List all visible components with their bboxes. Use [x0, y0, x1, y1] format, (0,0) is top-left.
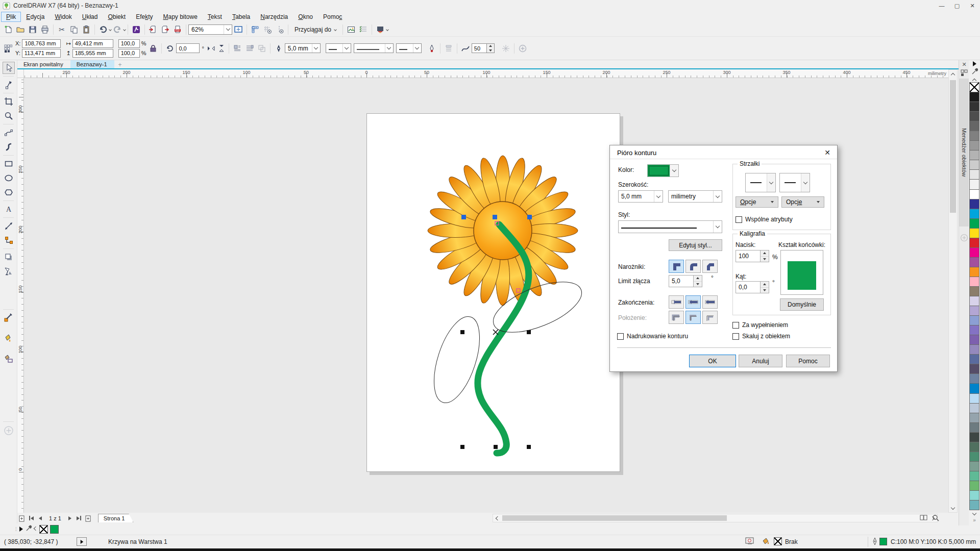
scale-y-field[interactable]: 100,0 [118, 49, 140, 58]
corner-bevel-button[interactable] [702, 260, 718, 273]
show-guidelines-icon[interactable] [274, 24, 286, 35]
outline-color-picker[interactable] [647, 164, 679, 177]
edit-style-button[interactable]: Edytuj styl... [669, 239, 722, 251]
palette-swatch[interactable] [969, 296, 979, 306]
text-position-icon[interactable] [243, 43, 256, 54]
palette-scroll-down-icon[interactable] [973, 510, 976, 517]
menu-item-układ[interactable]: Układ [77, 12, 103, 22]
wrap-text-icon[interactable] [231, 43, 243, 54]
palette-swatch[interactable] [969, 150, 979, 160]
menu-item-pomoc[interactable]: Pomoc [318, 12, 347, 22]
object-height-field[interactable]: 185,955 mm [72, 49, 113, 58]
vertical-scroll-thumb[interactable] [950, 80, 956, 213]
palette-expand-icon[interactable]: » [973, 517, 976, 525]
cap-butt-button[interactable] [669, 295, 684, 309]
zoom-tool[interactable] [3, 110, 15, 122]
share-attributes-checkbox[interactable]: Wspólne atrybuty [736, 216, 793, 223]
palette-swatch[interactable] [969, 238, 979, 248]
first-page-icon[interactable] [27, 514, 36, 522]
redo-icon[interactable] [111, 24, 124, 35]
corner-round-button[interactable] [685, 260, 701, 273]
start-arrow-combo[interactable] [326, 43, 351, 53]
menu-item-okno[interactable]: Okno [293, 12, 318, 22]
palette-swatch[interactable] [969, 413, 979, 423]
coords-flyout-button[interactable] [77, 537, 87, 546]
outline-width-combo[interactable]: 5,0 mm [285, 43, 321, 53]
connector-tool[interactable] [3, 234, 15, 246]
rectangle-tool[interactable] [3, 158, 15, 170]
palette-swatch[interactable] [969, 267, 979, 277]
interactive-fill-tool[interactable] [3, 353, 15, 365]
open-icon[interactable] [14, 24, 27, 35]
nib-preview-box[interactable] [780, 250, 823, 295]
page-sorter-icon[interactable] [920, 514, 928, 523]
fill-status-icon[interactable] [762, 537, 771, 547]
show-grid-icon[interactable] [261, 24, 274, 35]
fill-tool[interactable] [3, 332, 15, 344]
add-tool-button[interactable] [3, 424, 15, 437]
horizontal-ruler[interactable]: milimetry 250200150100500501001502002503… [24, 69, 948, 78]
cap-square-button[interactable] [702, 295, 718, 309]
copy-icon[interactable] [68, 24, 80, 35]
palette-swatch[interactable] [969, 354, 979, 364]
palette-swatch[interactable] [969, 228, 979, 238]
snap-to-dropdown[interactable]: Przyciągaj do [290, 26, 340, 33]
palette-swatch[interactable] [969, 403, 979, 413]
palette-swatch[interactable] [969, 169, 979, 180]
palette-swatch[interactable] [969, 461, 979, 471]
horizontal-scroll-thumb[interactable] [502, 515, 727, 521]
overprint-outline-checkbox[interactable]: Nadrukowanie konturu [617, 333, 688, 340]
drop-shadow-tool[interactable] [3, 251, 15, 263]
palette-swatch[interactable] [969, 373, 979, 384]
palette-swatch[interactable] [969, 92, 979, 102]
maximize-button[interactable]: ▢ [949, 0, 965, 11]
palette-swatch[interactable] [969, 364, 979, 374]
palette-swatch[interactable] [969, 131, 979, 141]
dialog-close-icon[interactable]: ✕ [823, 148, 832, 157]
end-arrowhead-combo[interactable] [779, 173, 810, 192]
ok-button[interactable]: OK [689, 355, 736, 367]
default-button[interactable]: Domyślnie [780, 298, 824, 311]
palette-swatch[interactable] [969, 432, 979, 442]
start-arrowhead-combo[interactable] [745, 173, 776, 192]
tab-welcome-screen[interactable]: Ekran powitalny [17, 60, 70, 68]
palette-swatch[interactable] [969, 315, 979, 325]
palette-swatch[interactable] [969, 452, 979, 462]
corner-miter-button[interactable] [669, 260, 684, 273]
menu-item-edycja[interactable]: Edycja [21, 12, 50, 22]
export-icon[interactable] [159, 24, 172, 35]
docker-tab-object-manager[interactable]: Menedżer obiektów [959, 79, 969, 227]
palette-swatch[interactable] [969, 189, 979, 199]
arrow-options-right-button[interactable]: Opcje [781, 196, 824, 208]
welcome-screen-dropdown[interactable] [386, 28, 389, 31]
palette-swatch[interactable] [969, 490, 979, 500]
lock-ratio-icon[interactable] [147, 43, 159, 54]
convert-outline-icon[interactable] [426, 43, 438, 54]
smoothing-spinner[interactable]: 50 [472, 43, 495, 53]
artistic-media-tool[interactable] [3, 141, 15, 153]
cut-icon[interactable]: ✂ [56, 24, 68, 35]
minimize-button[interactable]: — [934, 0, 949, 11]
scale-x-field[interactable]: 100,0 [118, 39, 140, 48]
docker-add-icon[interactable] [960, 234, 968, 244]
palette-swatch[interactable] [969, 277, 979, 287]
palette-swatch[interactable] [969, 383, 979, 393]
zoom-level-combo[interactable]: 62% [188, 24, 232, 35]
print-icon[interactable] [39, 24, 51, 35]
previous-page-icon[interactable] [36, 514, 45, 522]
palette-eyedropper-icon[interactable] [971, 67, 978, 77]
outline-width-combo-dialog[interactable]: 5,0 mm [618, 190, 663, 203]
menu-item-efekty[interactable]: Efekty [131, 12, 158, 22]
palette-swatch[interactable] [969, 160, 979, 170]
cancel-button[interactable]: Anuluj [739, 355, 782, 367]
scroll-down-icon[interactable] [949, 504, 957, 512]
palette-swatch[interactable] [969, 286, 979, 296]
document-page[interactable] [366, 113, 620, 472]
y-position-field[interactable]: 113,471 mm [22, 49, 61, 58]
zoom-corner-icon[interactable] [932, 514, 940, 523]
palette-swatch[interactable] [969, 199, 979, 209]
palette-swatch[interactable] [969, 111, 979, 121]
docpal-scroll-left-icon[interactable] [34, 526, 38, 530]
miter-limit-spinner[interactable]: 5,0 [669, 275, 702, 287]
freehand-tool[interactable] [3, 127, 15, 139]
